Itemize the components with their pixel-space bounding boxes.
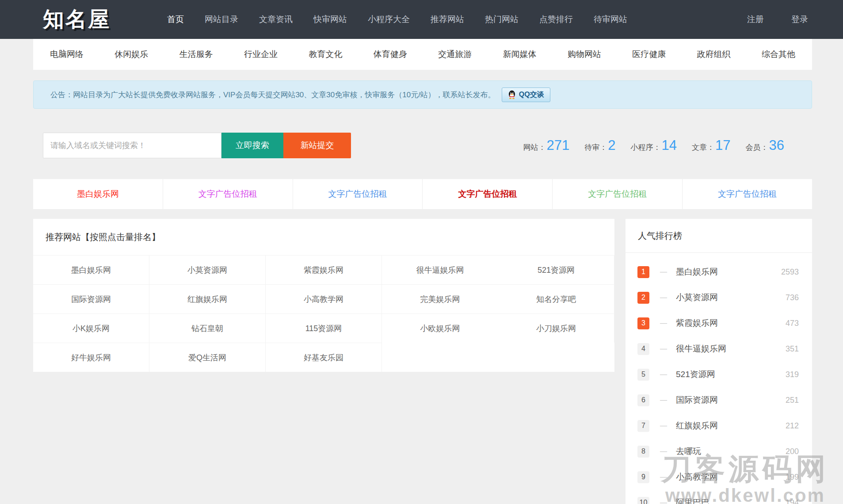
category-item[interactable]: 电脑网络 [50, 49, 84, 60]
text-ad-link[interactable]: 墨白娱乐网 [33, 179, 163, 209]
main-menu-item[interactable]: 小程序大全 [368, 14, 410, 25]
rank-count: 199 [786, 473, 799, 482]
stat-value: 2 [608, 137, 615, 153]
text-ad-link[interactable]: 文字广告位招租 [163, 179, 293, 209]
search-input[interactable] [43, 133, 221, 158]
rank-dash: — [660, 473, 667, 481]
ranked-site-link[interactable]: 阿里巴巴 [676, 497, 709, 504]
recommended-sites-title: 推荐网站【按照点击量排名】 [33, 219, 614, 255]
site-logo[interactable]: 知名屋 [43, 5, 111, 34]
rank-count: 194 [786, 498, 799, 504]
recommended-site-link[interactable]: 小K娱乐网 [33, 313, 149, 343]
qq-chat-button[interactable]: QQ交谈 [502, 88, 550, 102]
account-menu: 注册 登录 [747, 14, 808, 25]
category-item[interactable]: 体育健身 [374, 49, 407, 60]
main-menu-item[interactable]: 点赞排行 [539, 14, 573, 25]
rank-dash: — [660, 345, 667, 353]
main-menu-item[interactable]: 首页 [167, 14, 184, 25]
category-item[interactable]: 交通旅游 [438, 49, 472, 60]
recommended-site-link[interactable]: 好牛娱乐网 [33, 343, 149, 372]
rank-count: 200 [786, 447, 799, 456]
main-menu-item[interactable]: 网站目录 [205, 14, 238, 25]
stat-item: 网站： 271 [523, 137, 570, 153]
rank-count: 351 [786, 344, 799, 354]
rank-count: 2593 [781, 267, 799, 277]
stat-label: 小程序： [631, 142, 661, 153]
ranked-site-link[interactable]: 国际资源网 [676, 394, 718, 406]
ranked-site-link[interactable]: 墨白娱乐网 [676, 266, 718, 278]
ranked-site-link[interactable]: 红旗娱乐网 [676, 420, 718, 431]
recommended-site-link[interactable]: 红旗娱乐网 [149, 284, 266, 313]
rank-dash: — [660, 370, 667, 378]
rank-dash: — [660, 396, 667, 404]
text-ad-link[interactable]: 文字广告位招租 [423, 179, 553, 209]
search-button[interactable]: 立即搜索 [221, 133, 283, 158]
category-bar: 电脑网络 休闲娱乐 生活服务 行业企业 教育文化 体育健身 交通旅游 新闻媒体 … [33, 39, 812, 70]
category-item[interactable]: 教育文化 [309, 49, 342, 60]
category-item[interactable]: 生活服务 [179, 49, 213, 60]
rank-count: 251 [786, 396, 799, 405]
recommended-site-link[interactable]: 小欧娱乐网 [382, 313, 498, 343]
ranked-site-link[interactable]: 521资源网 [676, 369, 715, 380]
recommended-sites-grid: 墨白娱乐网 小莫资源网 紫霞娱乐网 很牛逼娱乐网 521资源网 国际资源网 红旗… [33, 255, 614, 372]
ranking-list: 1 — 墨白娱乐网 2593 2 — 小莫资源网 736 3 — 紫霞娱乐网 4… [626, 253, 812, 504]
recommended-site-link[interactable]: 很牛逼娱乐网 [382, 255, 498, 284]
text-ad-link[interactable]: 文字广告位招租 [553, 179, 683, 209]
account-menu-item[interactable]: 注册 [747, 14, 764, 25]
rank-count: 736 [786, 293, 799, 302]
ranked-site-link[interactable]: 去哪玩 [676, 446, 701, 457]
submit-site-button[interactable]: 新站提交 [283, 133, 351, 158]
category-item[interactable]: 综合其他 [762, 49, 795, 60]
recommended-site-link[interactable]: 小莫资源网 [149, 255, 266, 284]
ranking-row: 8 — 去哪玩 200 [637, 439, 799, 464]
ranked-site-link[interactable]: 紫霞娱乐网 [676, 317, 718, 329]
rank-dash: — [660, 499, 667, 504]
category-item[interactable]: 购物网站 [568, 49, 601, 60]
stat-value: 271 [547, 137, 570, 153]
ranking-title: 人气排行榜 [626, 219, 812, 253]
rank-dash: — [660, 319, 667, 327]
rank-badge: 4 [637, 343, 649, 355]
text-ad-link[interactable]: 文字广告位招租 [293, 179, 423, 209]
stat-item: 文章： 17 [692, 137, 730, 153]
ranked-site-link[interactable]: 小高教学网 [676, 471, 718, 483]
rank-count: 319 [786, 370, 799, 379]
ranked-site-link[interactable]: 很牛逼娱乐网 [676, 343, 726, 355]
recommended-site-link[interactable]: 国际资源网 [33, 284, 149, 313]
announcement-text: 公告：网站目录为广大站长提供免费收录网站服务，VIP会员每天提交网站30、文章3… [50, 90, 496, 100]
ranking-row: 1 — 墨白娱乐网 2593 [637, 259, 799, 285]
site-stats: 网站： 271 待审： 2 小程序： 14 文章： 17 会员： 36 [523, 133, 784, 158]
recommended-site-link[interactable]: 知名分享吧 [498, 284, 614, 313]
rank-badge: 1 [637, 266, 649, 278]
rank-badge: 5 [637, 369, 649, 381]
category-item[interactable]: 休闲娱乐 [114, 49, 148, 60]
recommended-site-link[interactable]: 墨白娱乐网 [33, 255, 149, 284]
recommended-site-link[interactable]: 115资源网 [266, 313, 382, 343]
category-item[interactable]: 政府组织 [697, 49, 731, 60]
recommended-site-link[interactable]: 钻石皇朝 [149, 313, 266, 343]
recommended-site-link[interactable]: 521资源网 [498, 255, 614, 284]
main-menu-item[interactable]: 热门网站 [485, 14, 519, 25]
recommended-site-link[interactable]: 好基友乐园 [266, 343, 382, 372]
account-menu-item[interactable]: 登录 [791, 14, 808, 25]
recommended-site-link[interactable]: 小刀娱乐网 [498, 313, 614, 343]
rank-badge: 6 [637, 394, 649, 406]
main-menu-item[interactable]: 快审网站 [313, 14, 347, 25]
category-item[interactable]: 行业企业 [244, 49, 278, 60]
category-item[interactable]: 医疗健康 [632, 49, 666, 60]
main-menu-item[interactable]: 文章资讯 [259, 14, 293, 25]
ranked-site-link[interactable]: 小莫资源网 [676, 292, 718, 303]
rank-dash: — [660, 268, 667, 276]
stat-label: 网站： [523, 142, 546, 153]
main-menu-item[interactable]: 推荐网站 [431, 14, 464, 25]
rank-dash: — [660, 294, 667, 302]
text-ad-link[interactable]: 文字广告位招租 [683, 179, 812, 209]
main-menu-item[interactable]: 待审网站 [594, 14, 627, 25]
recommended-site-link[interactable]: 紫霞娱乐网 [266, 255, 382, 284]
recommended-site-link[interactable]: 爱Q生活网 [149, 343, 266, 372]
top-navbar: 知名屋 首页 网站目录 文章资讯 快审网站 小程序大全 推荐网站 热门网站 点赞… [0, 0, 843, 39]
recommended-site-link[interactable]: 完美娱乐网 [382, 284, 498, 313]
category-item[interactable]: 新闻媒体 [503, 49, 537, 60]
stat-label: 会员： [746, 142, 768, 153]
recommended-site-link[interactable]: 小高教学网 [266, 284, 382, 313]
